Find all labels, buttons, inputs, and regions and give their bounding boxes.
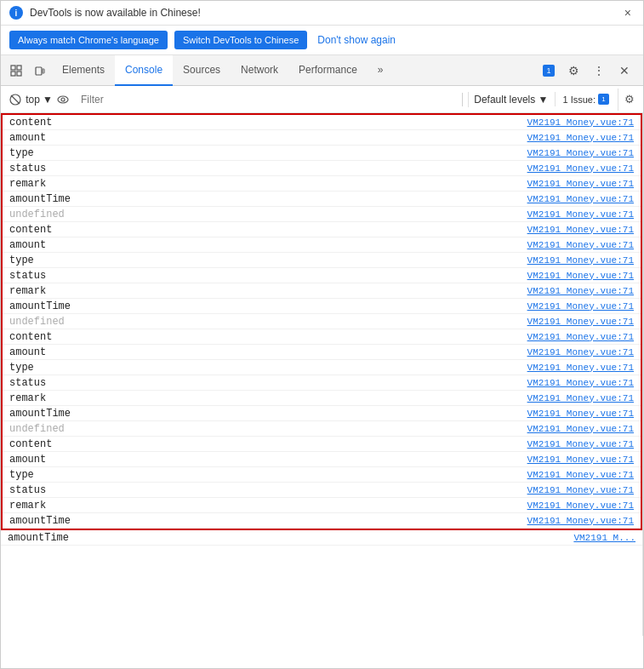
- issue-icon: 1: [598, 94, 609, 105]
- log-row[interactable]: statusVM2191 Money.vue:71: [3, 161, 641, 176]
- log-row[interactable]: amountVM2191 Money.vue:71: [3, 237, 641, 253]
- log-row[interactable]: undefinedVM2191 Money.vue:71: [3, 421, 641, 437]
- console-settings-button[interactable]: ⚙: [618, 89, 640, 111]
- log-source-link[interactable]: VM2191 Money.vue:71: [527, 271, 634, 281]
- log-row[interactable]: typeVM2191 Money.vue:71: [3, 467, 641, 483]
- console-content: contentVM2191 Money.vue:71amountVM2191 M…: [1, 113, 643, 636]
- eye-filter-button[interactable]: [52, 89, 74, 111]
- issues-badge-button[interactable]: 1: [538, 62, 560, 79]
- log-source-link[interactable]: VM2191 Money.vue:71: [527, 485, 634, 495]
- log-key: status: [9, 377, 111, 389]
- filter-input[interactable]: [76, 92, 457, 107]
- tab-more[interactable]: »: [368, 55, 394, 86]
- log-source-link[interactable]: VM2191 Money.vue:71: [527, 455, 634, 465]
- svg-rect-3: [17, 71, 21, 76]
- log-key: remark: [9, 500, 111, 512]
- log-source-link[interactable]: VM2191 Money.vue:71: [527, 209, 634, 220]
- log-key: undefined: [9, 316, 111, 328]
- log-row[interactable]: contentVM2191 Money.vue:71: [3, 222, 641, 237]
- log-row[interactable]: amountVM2191 Money.vue:71: [3, 345, 641, 360]
- log-row[interactable]: amountTimeVM2191 Money.vue:71: [3, 513, 641, 529]
- svg-rect-0: [11, 66, 15, 70]
- log-source-link[interactable]: VM2191 Money.vue:71: [527, 332, 634, 342]
- settings-button[interactable]: ⚙: [561, 59, 585, 83]
- log-source-link[interactable]: VM2191 Money.vue:71: [527, 240, 634, 250]
- log-row[interactable]: statusVM2191 Money.vue:71: [3, 375, 641, 391]
- switch-devtools-button[interactable]: Switch DevTools to Chinese: [174, 31, 307, 49]
- log-key: status: [9, 270, 111, 282]
- log-panel[interactable]: contentVM2191 Money.vue:71amountVM2191 M…: [1, 113, 643, 636]
- log-source-link[interactable]: VM2191 M...: [573, 533, 635, 543]
- tab-performance[interactable]: Performance: [288, 55, 368, 86]
- log-source-link[interactable]: VM2191 Money.vue:71: [527, 424, 634, 434]
- log-row[interactable]: contentVM2191 Money.vue:71: [3, 437, 641, 452]
- log-row[interactable]: contentVM2191 Money.vue:71: [3, 329, 641, 345]
- log-source-link[interactable]: VM2191 Money.vue:71: [527, 148, 634, 158]
- log-row[interactable]: amountTimeVM2191 Money.vue:71: [3, 192, 641, 207]
- top-context-selector[interactable]: top ▼: [28, 89, 50, 111]
- default-levels-dropdown[interactable]: Default levels ▼: [468, 92, 553, 107]
- close-devtools-button[interactable]: ✕: [613, 59, 636, 83]
- log-source-link[interactable]: VM2191 Money.vue:71: [527, 409, 634, 419]
- notification-close-button[interactable]: ×: [621, 6, 635, 20]
- log-source-link[interactable]: VM2191 Money.vue:71: [527, 363, 634, 373]
- log-row[interactable]: typeVM2191 Money.vue:71: [3, 253, 641, 268]
- log-source-link[interactable]: VM2191 Money.vue:71: [527, 133, 634, 143]
- log-key: remark: [9, 285, 111, 297]
- tab-sources[interactable]: Sources: [173, 55, 231, 86]
- log-row[interactable]: undefinedVM2191 Money.vue:71: [3, 314, 641, 329]
- log-source-link[interactable]: VM2191 Money.vue:71: [527, 500, 634, 511]
- log-row[interactable]: typeVM2191 Money.vue:71: [3, 146, 641, 161]
- log-source-link[interactable]: VM2191 Money.vue:71: [527, 194, 634, 204]
- log-key: content: [9, 224, 111, 236]
- log-source-link[interactable]: VM2191 Money.vue:71: [527, 439, 634, 449]
- console-toolbar: top ▼ Default levels ▼ 1 Issue: 1 ⚙: [1, 86, 643, 113]
- log-row[interactable]: amountTimeVM2191 Money.vue:71: [3, 299, 641, 314]
- log-row[interactable]: typeVM2191 Money.vue:71: [3, 360, 641, 375]
- device-toggle-button[interactable]: [28, 59, 52, 83]
- log-row[interactable]: remarkVM2191 Money.vue:71: [3, 176, 641, 192]
- tab-elements[interactable]: Elements: [52, 55, 115, 86]
- more-options-button[interactable]: ⋮: [587, 59, 611, 83]
- log-row-last[interactable]: amountTimeVM2191 M...: [1, 530, 642, 546]
- log-row[interactable]: statusVM2191 Money.vue:71: [3, 268, 641, 283]
- log-row[interactable]: amountVM2191 Money.vue:71: [3, 130, 641, 146]
- log-source-link[interactable]: VM2191 Money.vue:71: [527, 286, 634, 296]
- match-language-button[interactable]: Always match Chrome's language: [9, 31, 168, 49]
- tab-network[interactable]: Network: [231, 55, 288, 86]
- log-source-link[interactable]: VM2191 Money.vue:71: [527, 347, 634, 357]
- log-key: content: [9, 117, 111, 129]
- tabs-right-actions: 1 ⚙ ⋮ ✕: [538, 59, 640, 83]
- inspect-element-button[interactable]: [4, 59, 28, 83]
- log-source-link[interactable]: VM2191 Money.vue:71: [527, 516, 634, 526]
- log-source-link[interactable]: VM2191 Money.vue:71: [527, 470, 634, 480]
- tab-console[interactable]: Console: [115, 55, 173, 86]
- log-source-link[interactable]: VM2191 Money.vue:71: [527, 317, 634, 327]
- svg-rect-2: [11, 71, 15, 76]
- log-source-link[interactable]: VM2191 Money.vue:71: [527, 117, 634, 128]
- log-key: amountTime: [9, 515, 111, 527]
- log-source-link[interactable]: VM2191 Money.vue:71: [527, 179, 634, 189]
- log-row[interactable]: contentVM2191 Money.vue:71: [3, 115, 641, 130]
- log-row[interactable]: amountTimeVM2191 Money.vue:71: [3, 406, 641, 421]
- log-key: status: [9, 484, 111, 496]
- log-row[interactable]: undefinedVM2191 Money.vue:71: [3, 207, 641, 222]
- dont-show-again-button[interactable]: Don't show again: [314, 31, 399, 49]
- log-row[interactable]: remarkVM2191 Money.vue:71: [3, 498, 641, 513]
- log-source-link[interactable]: VM2191 Money.vue:71: [527, 393, 634, 403]
- log-source-link[interactable]: VM2191 Money.vue:71: [527, 301, 634, 312]
- log-row[interactable]: statusVM2191 Money.vue:71: [3, 483, 641, 498]
- log-source-link[interactable]: VM2191 Money.vue:71: [527, 255, 634, 266]
- log-row[interactable]: remarkVM2191 Money.vue:71: [3, 283, 641, 299]
- log-row[interactable]: remarkVM2191 Money.vue:71: [3, 391, 641, 406]
- log-key: remark: [9, 392, 111, 404]
- log-source-link[interactable]: VM2191 Money.vue:71: [527, 378, 634, 388]
- log-source-link[interactable]: VM2191 Money.vue:71: [527, 163, 634, 174]
- log-source-link[interactable]: VM2191 Money.vue:71: [527, 225, 634, 235]
- log-row[interactable]: amountVM2191 Money.vue:71: [3, 452, 641, 467]
- log-key: type: [9, 254, 111, 266]
- svg-rect-5: [43, 69, 44, 73]
- notification-bar: i DevTools is now available in Chinese! …: [1, 1, 643, 26]
- issues-count-badge[interactable]: 1 Issue: 1: [555, 92, 616, 106]
- svg-point-8: [58, 96, 68, 103]
